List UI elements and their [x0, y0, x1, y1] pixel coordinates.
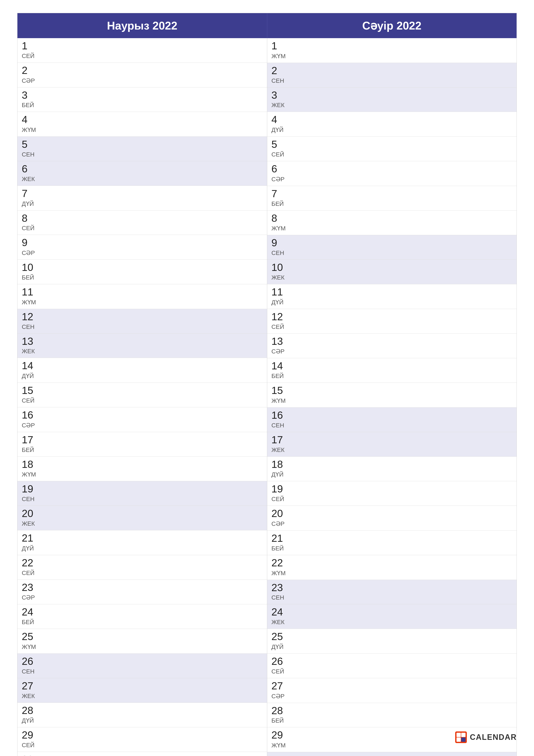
- day-number: 26: [271, 656, 287, 667]
- day-name: СЕЙ: [271, 496, 287, 502]
- day-info: 23СӘР: [22, 582, 37, 601]
- day-number: 30: [22, 754, 37, 756]
- day-number: 17: [271, 434, 287, 446]
- day-number: 11: [22, 286, 37, 298]
- day-number: 12: [271, 311, 287, 323]
- day-number: 10: [22, 262, 37, 273]
- day-number: 28: [22, 705, 37, 716]
- header-row: Наурыз 2022 Сәуір 2022: [17, 13, 517, 38]
- day-row: 7БЕЙ: [267, 186, 517, 210]
- day-name: СЕН: [22, 668, 37, 675]
- day-name: СЕН: [271, 594, 287, 601]
- day-info: 16СЕН: [271, 410, 287, 429]
- day-name: ЖҮМ: [22, 299, 37, 306]
- day-row: 14БЕЙ: [267, 358, 517, 383]
- day-info: 7БЕЙ: [271, 188, 287, 207]
- day-name: СЕЙ: [22, 397, 37, 404]
- month1-title: Наурыз 2022: [107, 19, 177, 32]
- day-info: 12СЕЙ: [271, 311, 287, 330]
- day-info: 17БЕЙ: [22, 434, 37, 453]
- day-number: 27: [22, 680, 37, 692]
- day-row: 13СӘР: [267, 334, 517, 358]
- day-name: БЕЙ: [271, 373, 287, 380]
- day-name: ДҮЙ: [22, 200, 37, 207]
- day-info: 10ЖЕК: [271, 262, 287, 281]
- day-number: 28: [271, 705, 287, 716]
- day-row: 9СӘР: [17, 235, 267, 260]
- day-row: 14ДҮЙ: [17, 358, 267, 383]
- day-number: 18: [22, 459, 37, 470]
- day-row: 17БЕЙ: [17, 432, 267, 457]
- day-name: ЖЕК: [271, 619, 287, 626]
- day-number: 19: [271, 483, 287, 495]
- day-row: 28БЕЙ: [267, 703, 517, 728]
- day-row: 3БЕЙ: [17, 88, 267, 112]
- day-info: 21ДҮЙ: [22, 532, 37, 552]
- day-info: 26СЕН: [22, 656, 37, 675]
- day-number: 22: [271, 557, 287, 569]
- day-row: 22СЕЙ: [17, 555, 267, 580]
- day-name: СӘР: [22, 249, 37, 256]
- day-number: 20: [22, 508, 37, 519]
- day-name: ДҮЙ: [271, 299, 287, 306]
- day-name: ЖЕК: [22, 693, 37, 700]
- day-row: 20СӘР: [267, 506, 517, 530]
- day-number: 5: [22, 139, 37, 150]
- day-name: СЕЙ: [271, 668, 287, 675]
- day-info: 24БЕЙ: [22, 607, 37, 626]
- day-row: 12СЕН: [17, 309, 267, 334]
- day-row: 18ДҮЙ: [267, 457, 517, 481]
- day-number: 1: [22, 40, 37, 52]
- day-number: 16: [22, 410, 37, 421]
- day-row: 8СЕЙ: [17, 210, 267, 235]
- day-name: СЕН: [271, 77, 287, 84]
- day-row: 19СЕН: [17, 481, 267, 506]
- day-info: 20СӘР: [271, 508, 287, 527]
- day-name: ДҮЙ: [271, 471, 287, 478]
- day-info: 26СЕЙ: [271, 656, 287, 675]
- day-info: 28БЕЙ: [271, 705, 287, 724]
- day-number: 2: [22, 65, 37, 76]
- day-number: 13: [22, 336, 37, 347]
- day-info: 30СЕН: [271, 754, 287, 756]
- day-number: 14: [22, 360, 37, 371]
- day-number: 16: [271, 410, 287, 421]
- day-row: 1ЖҮМ: [267, 38, 517, 63]
- day-number: 12: [22, 311, 37, 323]
- day-name: СЕН: [22, 151, 37, 158]
- month2-col: 1ЖҮМ2СЕН3ЖЕК4ДҮЙ5СЕЙ6СӘР7БЕЙ8ЖҮМ9СЕН10ЖЕ…: [267, 38, 517, 756]
- day-info: 7ДҮЙ: [22, 188, 37, 207]
- day-name: СЕЙ: [22, 570, 37, 577]
- days-container: 1СЕЙ2СӘР3БЕЙ4ЖҮМ5СЕН6ЖЕК7ДҮЙ8СЕЙ9СӘР10БЕ…: [17, 38, 517, 756]
- day-info: 2СӘР: [22, 65, 37, 84]
- day-info: 6ЖЕК: [22, 163, 37, 182]
- day-row: 17ЖЕК: [267, 432, 517, 457]
- day-info: 29ЖҮМ: [271, 729, 287, 749]
- day-number: 9: [22, 237, 37, 249]
- day-name: ЖҮМ: [271, 53, 287, 60]
- day-row: 6ЖЕК: [17, 161, 267, 186]
- day-name: ДҮЙ: [22, 372, 37, 380]
- day-row: 5СЕН: [17, 137, 267, 161]
- day-row: 23СӘР: [17, 580, 267, 605]
- day-number: 29: [22, 729, 37, 741]
- day-number: 5: [271, 139, 287, 150]
- day-info: 18ДҮЙ: [271, 459, 287, 478]
- day-info: 27ЖЕК: [22, 680, 37, 700]
- day-number: 27: [271, 680, 287, 692]
- day-info: 27СӘР: [271, 680, 287, 700]
- day-row: 24ЖЕК: [267, 604, 517, 629]
- day-row: 25ДҮЙ: [267, 629, 517, 654]
- month1-header: Наурыз 2022: [17, 13, 267, 38]
- day-number: 4: [22, 114, 37, 125]
- day-row: 11ЖҮМ: [17, 284, 267, 309]
- day-number: 1: [271, 40, 287, 52]
- day-number: 14: [271, 360, 287, 372]
- day-name: ЖЕК: [22, 176, 37, 182]
- day-info: 13СӘР: [271, 336, 287, 355]
- day-name: СӘР: [22, 77, 37, 84]
- day-info: 4ЖҮМ: [22, 114, 37, 133]
- day-number: 13: [271, 336, 287, 347]
- day-name: СӘР: [271, 176, 287, 183]
- calendar-grid: Наурыз 2022 Сәуір 2022 1СЕЙ2СӘР3БЕЙ4ЖҮМ5…: [17, 13, 517, 756]
